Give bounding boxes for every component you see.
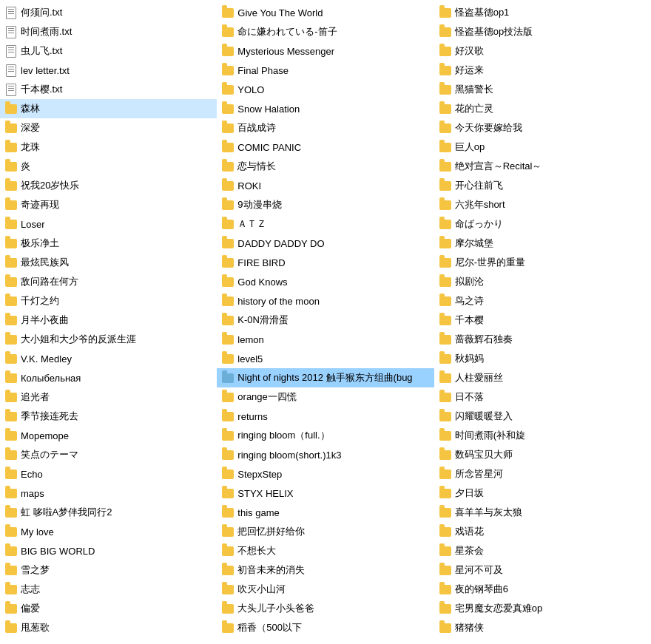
list-item[interactable]: 命ばっかり bbox=[434, 214, 651, 234]
list-item[interactable]: 虫儿飞.txt bbox=[0, 41, 217, 61]
list-item[interactable]: 夜的钢琴曲6 bbox=[434, 580, 651, 599]
list-item[interactable]: 初音未来的消失 bbox=[217, 560, 434, 580]
list-item[interactable]: Mopemope bbox=[0, 426, 217, 445]
list-item[interactable]: Final Phase bbox=[217, 61, 434, 80]
list-item[interactable]: 今天你要嫁给我 bbox=[434, 118, 651, 138]
list-item[interactable]: 极乐净土 bbox=[0, 234, 217, 253]
list-item[interactable]: 秋妈妈 bbox=[434, 349, 651, 368]
list-item[interactable]: lev letter.txt bbox=[0, 61, 217, 80]
list-item[interactable]: 蔷薇辉石独奏 bbox=[434, 330, 651, 349]
list-item[interactable]: 把回忆拼好给你 bbox=[217, 522, 434, 541]
list-item[interactable]: 猪猪侠 bbox=[434, 618, 651, 637]
list-item[interactable]: 好汉歌 bbox=[434, 41, 651, 61]
list-item[interactable]: returns bbox=[217, 407, 434, 426]
list-item[interactable]: 绝对宣言～Recital～ bbox=[434, 157, 651, 176]
list-item[interactable]: BIG BIG WORLD bbox=[0, 541, 217, 560]
list-item[interactable]: StepxStep bbox=[217, 464, 434, 484]
list-item[interactable]: Loser bbox=[0, 214, 217, 234]
list-item[interactable]: 尼尔-世界的重量 bbox=[434, 253, 651, 272]
list-item[interactable]: 花的亡灵 bbox=[434, 99, 651, 118]
list-item[interactable]: 宅男魔女恋爱真难op bbox=[434, 599, 651, 618]
list-item[interactable]: FIRE BIRD bbox=[217, 253, 434, 272]
list-item[interactable]: 9动漫串烧 bbox=[217, 195, 434, 214]
list-item[interactable]: 追光者 bbox=[0, 387, 217, 407]
list-item[interactable]: 偏爱 bbox=[0, 599, 217, 618]
list-item[interactable]: 雪之梦 bbox=[0, 560, 217, 580]
list-item[interactable]: maps bbox=[0, 484, 217, 503]
list-item[interactable]: 最炫民族风 bbox=[0, 253, 217, 272]
list-item[interactable]: 笑点のテーマ bbox=[0, 445, 217, 464]
list-item[interactable]: 戏语花 bbox=[434, 522, 651, 541]
list-item[interactable]: 巨人op bbox=[434, 138, 651, 157]
list-item[interactable]: ringing bloom(short.)1k3 bbox=[217, 445, 434, 464]
list-item[interactable]: God Knows bbox=[217, 272, 434, 291]
list-item[interactable]: 吹灭小山河 bbox=[217, 580, 434, 599]
list-item[interactable]: Night of nights 2012 触手猴东方组曲(bug bbox=[217, 368, 434, 387]
list-item[interactable]: 深爱 bbox=[0, 118, 217, 138]
list-item[interactable]: Snow Halation bbox=[217, 99, 434, 118]
list-item[interactable]: V.K. Medley bbox=[0, 349, 217, 368]
list-item[interactable]: Give You The World bbox=[217, 3, 434, 22]
list-item[interactable]: 人柱愛丽丝 bbox=[434, 368, 651, 387]
list-item[interactable]: 所念皆星河 bbox=[434, 464, 651, 484]
list-item[interactable]: 星河不可及 bbox=[434, 560, 651, 580]
list-item[interactable]: 命に嫌われている-笛子 bbox=[217, 22, 434, 41]
list-item[interactable]: 鸟之诗 bbox=[434, 291, 651, 311]
list-item[interactable]: lemon bbox=[217, 330, 434, 349]
list-item[interactable]: 千本樱 bbox=[434, 311, 651, 330]
list-item[interactable]: 星茶会 bbox=[434, 541, 651, 560]
list-item[interactable]: 夕日坂 bbox=[434, 484, 651, 503]
item-label: 虫儿飞.txt bbox=[21, 44, 62, 58]
list-item[interactable]: 龙珠 bbox=[0, 138, 217, 157]
list-item[interactable]: 时间煮雨.txt bbox=[0, 22, 217, 41]
list-item[interactable]: 不想长大 bbox=[217, 541, 434, 560]
list-item[interactable]: 森林 bbox=[0, 99, 217, 118]
list-item[interactable]: My love bbox=[0, 522, 217, 541]
list-item[interactable]: 摩尔城堡 bbox=[434, 234, 651, 253]
list-item[interactable]: COMIC PANIC bbox=[217, 138, 434, 157]
list-item[interactable]: 祝我20岁快乐 bbox=[0, 176, 217, 195]
list-item[interactable]: STYX HELIX bbox=[217, 484, 434, 503]
list-item[interactable]: 月半小夜曲 bbox=[0, 311, 217, 330]
list-item[interactable]: 虹 哆啦A梦伴我同行2 bbox=[0, 503, 217, 522]
list-item[interactable]: 开心往前飞 bbox=[434, 176, 651, 195]
list-item[interactable]: 志志 bbox=[0, 580, 217, 599]
list-item[interactable]: ROKI bbox=[217, 176, 434, 195]
list-item[interactable]: 怪盗基德op技法版 bbox=[434, 22, 651, 41]
list-item[interactable]: 日不落 bbox=[434, 387, 651, 407]
list-item[interactable]: 好运来 bbox=[434, 61, 651, 80]
list-item[interactable]: orange一四慌 bbox=[217, 387, 434, 407]
list-item[interactable]: DADDY DADDY DO bbox=[217, 234, 434, 253]
list-item[interactable]: 拟剧沦 bbox=[434, 272, 651, 291]
list-item[interactable]: history of the moon bbox=[217, 291, 434, 311]
list-item[interactable]: level5 bbox=[217, 349, 434, 368]
list-item[interactable]: 闪耀暖暖登入 bbox=[434, 407, 651, 426]
list-item[interactable]: 奇迹再现 bbox=[0, 195, 217, 214]
list-item[interactable]: 喜羊羊与灰太狼 bbox=[434, 503, 651, 522]
list-item[interactable]: 百战成诗 bbox=[217, 118, 434, 138]
list-item[interactable]: 炎 bbox=[0, 157, 217, 176]
list-item[interactable]: 恋与情长 bbox=[217, 157, 434, 176]
list-item[interactable]: 千本樱.txt bbox=[0, 80, 217, 99]
list-item[interactable]: 黑猫警长 bbox=[434, 80, 651, 99]
list-item[interactable]: this game bbox=[217, 503, 434, 522]
list-item[interactable]: ＡＴＺ bbox=[217, 214, 434, 234]
list-item[interactable]: 何须问.txt bbox=[0, 3, 217, 22]
list-item[interactable]: 六兆年short bbox=[434, 195, 651, 214]
list-item[interactable]: 千灯之约 bbox=[0, 291, 217, 311]
list-item[interactable]: 时间煮雨(补和旋 bbox=[434, 426, 651, 445]
list-item[interactable]: YOLO bbox=[217, 80, 434, 99]
list-item[interactable]: 敌问路在何方 bbox=[0, 272, 217, 291]
list-item[interactable]: K-0N滑滑蛋 bbox=[217, 311, 434, 330]
list-item[interactable]: 大小姐和大少爷的反派生涯 bbox=[0, 330, 217, 349]
list-item[interactable]: 怪盗基德op1 bbox=[434, 3, 651, 22]
list-item[interactable]: ringing bloom（full.） bbox=[217, 426, 434, 445]
list-item[interactable]: 甩葱歌 bbox=[0, 618, 217, 637]
list-item[interactable]: Mysterious Messenger bbox=[217, 41, 434, 61]
list-item[interactable]: Колыбельная bbox=[0, 368, 217, 387]
list-item[interactable]: 稻香（500以下 bbox=[217, 618, 434, 637]
list-item[interactable]: Echo bbox=[0, 464, 217, 484]
list-item[interactable]: 季节接连死去 bbox=[0, 407, 217, 426]
list-item[interactable]: 数码宝贝大师 bbox=[434, 445, 651, 464]
list-item[interactable]: 大头儿子小头爸爸 bbox=[217, 599, 434, 618]
